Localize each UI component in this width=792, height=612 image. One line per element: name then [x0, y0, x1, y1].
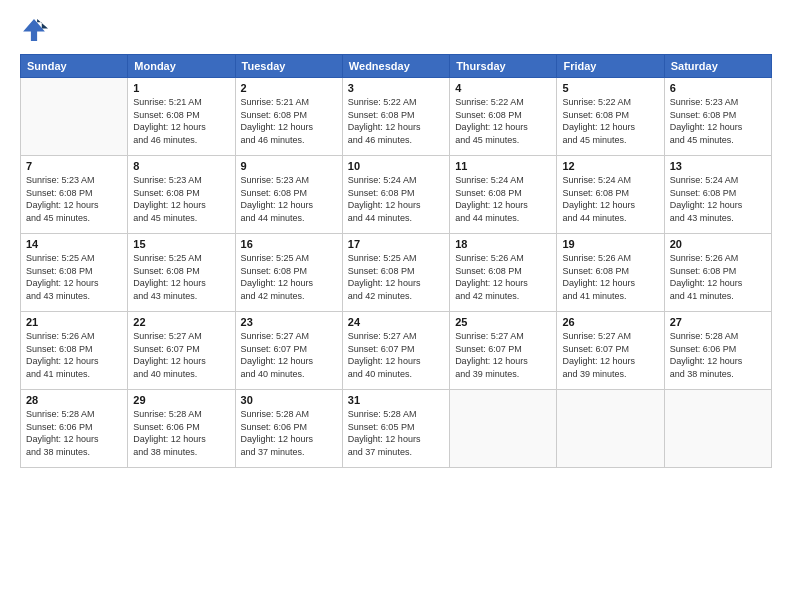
calendar-cell: 3Sunrise: 5:22 AM Sunset: 6:08 PM Daylig… [342, 78, 449, 156]
day-number: 8 [133, 160, 229, 172]
calendar-cell [664, 390, 771, 468]
day-info: Sunrise: 5:26 AM Sunset: 6:08 PM Dayligh… [670, 252, 766, 302]
logo [20, 16, 52, 44]
day-info: Sunrise: 5:27 AM Sunset: 6:07 PM Dayligh… [562, 330, 658, 380]
calendar-cell: 30Sunrise: 5:28 AM Sunset: 6:06 PM Dayli… [235, 390, 342, 468]
day-number: 6 [670, 82, 766, 94]
calendar-cell: 16Sunrise: 5:25 AM Sunset: 6:08 PM Dayli… [235, 234, 342, 312]
day-info: Sunrise: 5:23 AM Sunset: 6:08 PM Dayligh… [26, 174, 122, 224]
day-number: 13 [670, 160, 766, 172]
page: SundayMondayTuesdayWednesdayThursdayFrid… [0, 0, 792, 612]
day-info: Sunrise: 5:23 AM Sunset: 6:08 PM Dayligh… [241, 174, 337, 224]
calendar-cell: 6Sunrise: 5:23 AM Sunset: 6:08 PM Daylig… [664, 78, 771, 156]
day-info: Sunrise: 5:26 AM Sunset: 6:08 PM Dayligh… [562, 252, 658, 302]
calendar-cell [450, 390, 557, 468]
day-info: Sunrise: 5:28 AM Sunset: 6:06 PM Dayligh… [26, 408, 122, 458]
column-header-saturday: Saturday [664, 55, 771, 78]
day-number: 17 [348, 238, 444, 250]
calendar-table: SundayMondayTuesdayWednesdayThursdayFrid… [20, 54, 772, 468]
calendar-cell: 5Sunrise: 5:22 AM Sunset: 6:08 PM Daylig… [557, 78, 664, 156]
calendar-cell: 4Sunrise: 5:22 AM Sunset: 6:08 PM Daylig… [450, 78, 557, 156]
day-number: 27 [670, 316, 766, 328]
day-number: 5 [562, 82, 658, 94]
day-info: Sunrise: 5:22 AM Sunset: 6:08 PM Dayligh… [455, 96, 551, 146]
calendar-cell: 26Sunrise: 5:27 AM Sunset: 6:07 PM Dayli… [557, 312, 664, 390]
calendar-cell: 28Sunrise: 5:28 AM Sunset: 6:06 PM Dayli… [21, 390, 128, 468]
day-info: Sunrise: 5:27 AM Sunset: 6:07 PM Dayligh… [455, 330, 551, 380]
day-info: Sunrise: 5:25 AM Sunset: 6:08 PM Dayligh… [241, 252, 337, 302]
calendar-cell: 21Sunrise: 5:26 AM Sunset: 6:08 PM Dayli… [21, 312, 128, 390]
day-info: Sunrise: 5:24 AM Sunset: 6:08 PM Dayligh… [455, 174, 551, 224]
calendar-cell: 17Sunrise: 5:25 AM Sunset: 6:08 PM Dayli… [342, 234, 449, 312]
day-number: 29 [133, 394, 229, 406]
day-info: Sunrise: 5:24 AM Sunset: 6:08 PM Dayligh… [348, 174, 444, 224]
day-number: 24 [348, 316, 444, 328]
day-info: Sunrise: 5:22 AM Sunset: 6:08 PM Dayligh… [562, 96, 658, 146]
day-number: 23 [241, 316, 337, 328]
day-info: Sunrise: 5:25 AM Sunset: 6:08 PM Dayligh… [348, 252, 444, 302]
day-number: 19 [562, 238, 658, 250]
calendar-cell: 23Sunrise: 5:27 AM Sunset: 6:07 PM Dayli… [235, 312, 342, 390]
header [20, 16, 772, 44]
day-info: Sunrise: 5:25 AM Sunset: 6:08 PM Dayligh… [133, 252, 229, 302]
day-number: 16 [241, 238, 337, 250]
day-info: Sunrise: 5:28 AM Sunset: 6:06 PM Dayligh… [241, 408, 337, 458]
day-number: 26 [562, 316, 658, 328]
day-number: 15 [133, 238, 229, 250]
calendar-cell: 9Sunrise: 5:23 AM Sunset: 6:08 PM Daylig… [235, 156, 342, 234]
calendar-cell: 20Sunrise: 5:26 AM Sunset: 6:08 PM Dayli… [664, 234, 771, 312]
day-number: 14 [26, 238, 122, 250]
day-info: Sunrise: 5:27 AM Sunset: 6:07 PM Dayligh… [241, 330, 337, 380]
column-header-sunday: Sunday [21, 55, 128, 78]
calendar-cell: 1Sunrise: 5:21 AM Sunset: 6:08 PM Daylig… [128, 78, 235, 156]
day-number: 18 [455, 238, 551, 250]
calendar-cell: 29Sunrise: 5:28 AM Sunset: 6:06 PM Dayli… [128, 390, 235, 468]
calendar-cell [557, 390, 664, 468]
logo-icon [20, 16, 48, 44]
calendar-cell: 14Sunrise: 5:25 AM Sunset: 6:08 PM Dayli… [21, 234, 128, 312]
day-info: Sunrise: 5:28 AM Sunset: 6:06 PM Dayligh… [133, 408, 229, 458]
calendar-cell: 15Sunrise: 5:25 AM Sunset: 6:08 PM Dayli… [128, 234, 235, 312]
day-number: 21 [26, 316, 122, 328]
column-header-monday: Monday [128, 55, 235, 78]
day-number: 4 [455, 82, 551, 94]
day-number: 28 [26, 394, 122, 406]
day-info: Sunrise: 5:24 AM Sunset: 6:08 PM Dayligh… [562, 174, 658, 224]
day-info: Sunrise: 5:26 AM Sunset: 6:08 PM Dayligh… [455, 252, 551, 302]
day-info: Sunrise: 5:25 AM Sunset: 6:08 PM Dayligh… [26, 252, 122, 302]
day-info: Sunrise: 5:27 AM Sunset: 6:07 PM Dayligh… [133, 330, 229, 380]
day-info: Sunrise: 5:23 AM Sunset: 6:08 PM Dayligh… [133, 174, 229, 224]
calendar-cell: 13Sunrise: 5:24 AM Sunset: 6:08 PM Dayli… [664, 156, 771, 234]
calendar-cell [21, 78, 128, 156]
day-number: 2 [241, 82, 337, 94]
calendar-cell: 11Sunrise: 5:24 AM Sunset: 6:08 PM Dayli… [450, 156, 557, 234]
day-number: 20 [670, 238, 766, 250]
day-info: Sunrise: 5:23 AM Sunset: 6:08 PM Dayligh… [670, 96, 766, 146]
day-number: 30 [241, 394, 337, 406]
day-number: 7 [26, 160, 122, 172]
day-number: 12 [562, 160, 658, 172]
day-number: 3 [348, 82, 444, 94]
column-header-friday: Friday [557, 55, 664, 78]
calendar-cell: 10Sunrise: 5:24 AM Sunset: 6:08 PM Dayli… [342, 156, 449, 234]
day-number: 31 [348, 394, 444, 406]
day-info: Sunrise: 5:21 AM Sunset: 6:08 PM Dayligh… [241, 96, 337, 146]
day-number: 1 [133, 82, 229, 94]
calendar-cell: 8Sunrise: 5:23 AM Sunset: 6:08 PM Daylig… [128, 156, 235, 234]
calendar-cell: 7Sunrise: 5:23 AM Sunset: 6:08 PM Daylig… [21, 156, 128, 234]
column-header-thursday: Thursday [450, 55, 557, 78]
day-info: Sunrise: 5:27 AM Sunset: 6:07 PM Dayligh… [348, 330, 444, 380]
day-info: Sunrise: 5:28 AM Sunset: 6:06 PM Dayligh… [670, 330, 766, 380]
day-info: Sunrise: 5:21 AM Sunset: 6:08 PM Dayligh… [133, 96, 229, 146]
calendar-cell: 2Sunrise: 5:21 AM Sunset: 6:08 PM Daylig… [235, 78, 342, 156]
calendar-cell: 25Sunrise: 5:27 AM Sunset: 6:07 PM Dayli… [450, 312, 557, 390]
day-number: 10 [348, 160, 444, 172]
day-number: 22 [133, 316, 229, 328]
day-info: Sunrise: 5:28 AM Sunset: 6:05 PM Dayligh… [348, 408, 444, 458]
column-header-wednesday: Wednesday [342, 55, 449, 78]
day-number: 9 [241, 160, 337, 172]
day-number: 11 [455, 160, 551, 172]
calendar-cell: 31Sunrise: 5:28 AM Sunset: 6:05 PM Dayli… [342, 390, 449, 468]
calendar-cell: 24Sunrise: 5:27 AM Sunset: 6:07 PM Dayli… [342, 312, 449, 390]
calendar-cell: 18Sunrise: 5:26 AM Sunset: 6:08 PM Dayli… [450, 234, 557, 312]
